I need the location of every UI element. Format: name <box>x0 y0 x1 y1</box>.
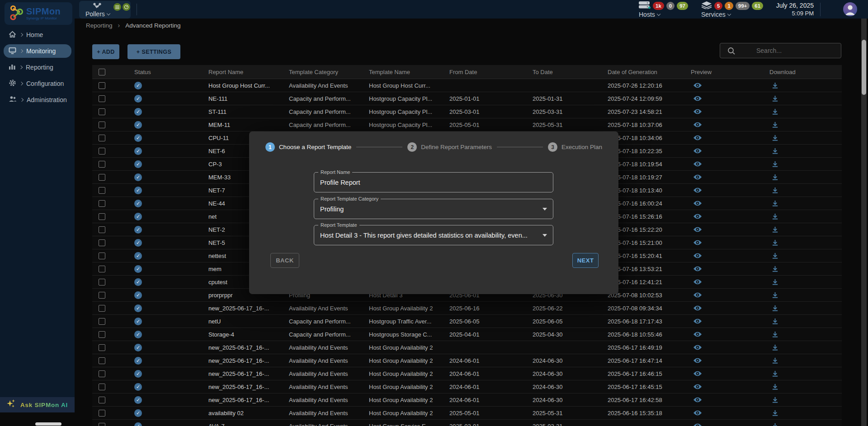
sidebar-item-administration[interactable]: Administration <box>4 93 71 107</box>
preview-button[interactable] <box>693 226 702 233</box>
preview-button[interactable] <box>693 318 702 324</box>
download-button[interactable] <box>772 384 778 390</box>
services-dropdown[interactable]: 5 1 99+ 61 Services <box>701 2 763 18</box>
ask-sipmon-ai-button[interactable]: Ask SIPMon AI <box>0 397 75 412</box>
preview-button[interactable] <box>693 239 702 246</box>
breadcrumb-parent[interactable]: Reporting <box>86 22 113 29</box>
preview-button[interactable] <box>693 370 702 377</box>
download-button[interactable] <box>772 279 778 286</box>
row-checkbox[interactable] <box>99 292 105 299</box>
preview-button[interactable] <box>693 95 702 102</box>
download-button[interactable] <box>772 95 778 102</box>
report-template-select[interactable]: Report Template Host Detail 3 - This rep… <box>314 225 553 245</box>
row-checkbox[interactable] <box>99 384 105 390</box>
row-checkbox[interactable] <box>99 200 105 207</box>
row-checkbox[interactable] <box>99 331 105 338</box>
download-button[interactable] <box>772 253 778 259</box>
preview-button[interactable] <box>693 213 702 220</box>
row-checkbox[interactable] <box>99 122 105 128</box>
preview-button[interactable] <box>693 357 702 364</box>
preview-button[interactable] <box>693 266 702 272</box>
download-button[interactable] <box>772 161 778 168</box>
row-checkbox[interactable] <box>99 423 105 426</box>
download-button[interactable] <box>772 122 778 128</box>
preview-button[interactable] <box>693 135 702 141</box>
row-checkbox[interactable] <box>99 148 105 154</box>
row-checkbox[interactable] <box>99 357 105 364</box>
preview-button[interactable] <box>693 344 702 351</box>
back-button[interactable]: BACK <box>270 253 299 268</box>
preview-button[interactable] <box>693 174 702 180</box>
preview-button[interactable] <box>693 161 702 167</box>
row-checkbox[interactable] <box>99 95 105 102</box>
preview-button[interactable] <box>693 292 702 298</box>
download-button[interactable] <box>772 292 778 299</box>
preview-button[interactable] <box>693 200 702 206</box>
download-button[interactable] <box>772 266 778 272</box>
row-checkbox[interactable] <box>99 82 105 89</box>
report-name-field[interactable]: Report Name Profile Report <box>314 172 553 192</box>
search-input[interactable] <box>720 43 841 58</box>
app-logo[interactable]: SIPMon Synergy IP Monitor <box>5 2 72 25</box>
user-avatar[interactable] <box>843 2 857 16</box>
row-checkbox[interactable] <box>99 174 105 181</box>
report-template-category-select[interactable]: Report Template Category Profiling <box>314 199 553 219</box>
preview-button[interactable] <box>693 384 702 390</box>
row-checkbox[interactable] <box>99 370 105 377</box>
download-button[interactable] <box>772 148 778 154</box>
row-checkbox[interactable] <box>99 266 105 272</box>
add-button[interactable]: + ADD <box>92 44 119 59</box>
settings-button[interactable]: + SETTINGS <box>127 44 180 59</box>
preview-button[interactable] <box>693 122 702 128</box>
horizontal-scrollbar-thumb[interactable] <box>35 422 61 426</box>
row-checkbox[interactable] <box>99 187 105 194</box>
download-button[interactable] <box>772 357 778 364</box>
download-button[interactable] <box>772 187 778 194</box>
sidebar-item-monitoring[interactable]: Monitoring <box>4 44 71 58</box>
preview-button[interactable] <box>693 148 702 154</box>
download-button[interactable] <box>772 226 778 233</box>
download-button[interactable] <box>772 82 778 89</box>
download-button[interactable] <box>772 344 778 351</box>
download-button[interactable] <box>772 108 778 115</box>
sidebar-item-reporting[interactable]: Reporting <box>4 61 71 74</box>
row-checkbox[interactable] <box>99 213 105 220</box>
download-button[interactable] <box>772 410 778 417</box>
vertical-scrollbar[interactable] <box>861 19 867 426</box>
preview-button[interactable] <box>693 279 702 285</box>
row-checkbox[interactable] <box>99 226 105 233</box>
download-button[interactable] <box>772 174 778 181</box>
row-checkbox[interactable] <box>99 279 105 286</box>
preview-button[interactable] <box>693 187 702 193</box>
row-checkbox[interactable] <box>99 410 105 417</box>
download-button[interactable] <box>772 135 778 141</box>
download-button[interactable] <box>772 200 778 207</box>
row-checkbox[interactable] <box>99 305 105 312</box>
select-all-checkbox[interactable] <box>99 69 105 75</box>
next-button[interactable]: NEXT <box>572 253 599 268</box>
download-button[interactable] <box>772 397 778 403</box>
row-checkbox[interactable] <box>99 108 105 115</box>
preview-button[interactable] <box>693 410 702 416</box>
row-checkbox[interactable] <box>99 161 105 168</box>
preview-button[interactable] <box>693 331 702 337</box>
download-button[interactable] <box>772 239 778 246</box>
download-button[interactable] <box>772 305 778 312</box>
row-checkbox[interactable] <box>99 397 105 403</box>
row-checkbox[interactable] <box>99 318 105 325</box>
row-checkbox[interactable] <box>99 344 105 351</box>
row-checkbox[interactable] <box>99 253 105 259</box>
vertical-scrollbar-thumb[interactable] <box>862 40 866 95</box>
preview-button[interactable] <box>693 82 702 89</box>
pollers-dropdown[interactable]: Pollers <box>79 1 131 19</box>
download-button[interactable] <box>772 370 778 377</box>
download-button[interactable] <box>772 213 778 220</box>
preview-button[interactable] <box>693 305 702 311</box>
row-checkbox[interactable] <box>99 239 105 246</box>
download-button[interactable] <box>772 331 778 338</box>
preview-button[interactable] <box>693 423 702 426</box>
row-checkbox[interactable] <box>99 135 105 141</box>
preview-button[interactable] <box>693 108 702 115</box>
preview-button[interactable] <box>693 397 702 403</box>
sidebar-item-configuration[interactable]: Configuration <box>4 77 71 90</box>
